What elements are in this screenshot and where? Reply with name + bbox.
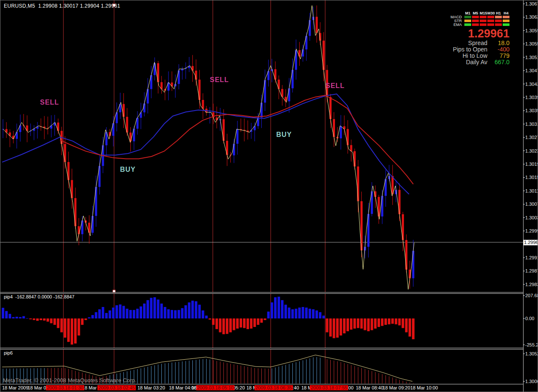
candle-body (412, 251, 414, 278)
pip4-bar (333, 318, 335, 338)
price-tick-label: 1.30355 (525, 108, 538, 113)
candle-body (354, 151, 356, 166)
pip4-bar (167, 309, 170, 318)
candle-body (405, 240, 407, 270)
pip4-bar (219, 318, 221, 332)
candle-body (260, 102, 263, 117)
pip4-bar (177, 310, 180, 318)
candle-body (329, 97, 332, 119)
signal-cell (503, 16, 509, 18)
timeframe-header: M5 (472, 11, 479, 15)
pip4-bar (384, 318, 387, 325)
pip4-bar (105, 313, 108, 318)
pip4-bar (350, 318, 352, 330)
pip4-bar (119, 304, 121, 318)
time-axis-label: 18 Mar 03:20 (137, 385, 165, 390)
timeframe-header: M30 (487, 11, 494, 15)
pip4-bar (405, 318, 408, 332)
signal-label-sell: SELL (210, 76, 229, 84)
pip4-bar (336, 318, 339, 338)
pip4-bar (374, 318, 377, 329)
signal-label-sell: SELL (40, 99, 59, 106)
pip4-bar (288, 307, 290, 318)
pip4-bar (364, 318, 366, 330)
pip4-bar (188, 302, 190, 318)
pip4-bar (146, 300, 149, 318)
signal-cell (503, 20, 509, 22)
pip4-bar (402, 318, 404, 328)
pip4-bar (371, 318, 373, 330)
candle-body (181, 69, 183, 71)
pip4-bar (271, 302, 273, 318)
pip4-bar (29, 318, 32, 319)
pip4-bar (346, 318, 349, 331)
price-tick-label: 1.30195 (525, 162, 538, 167)
pip4-bar (115, 305, 118, 318)
candle-body (57, 122, 59, 131)
candle-body (298, 50, 300, 57)
ohlc-values: 1.29908 1.30017 1.29904 1.29961 (38, 3, 120, 9)
pip4-bar (236, 318, 239, 329)
candle-body (309, 20, 311, 36)
signal-cell (472, 23, 479, 26)
pip4-bar (95, 312, 97, 318)
signal-cell (472, 20, 479, 22)
current-price-readout: 1.29961 (446, 27, 509, 40)
timeframe-header: H1 (495, 11, 502, 15)
pip6-tick-label: 1.3052 (525, 351, 538, 356)
pip4-bar (126, 309, 129, 318)
pip4-bar (353, 318, 356, 329)
pip4-bar (360, 318, 363, 329)
pip4-bar (253, 318, 256, 327)
candle-body (133, 129, 135, 142)
candle-body (350, 145, 352, 151)
pip4-bar (71, 318, 73, 344)
pip4-bar (2, 308, 4, 318)
candle-body (398, 190, 401, 214)
candle-body (81, 221, 83, 234)
signal-cell (495, 20, 502, 22)
pip4-tick-label: 207.686 (525, 293, 538, 298)
pip4-bar (129, 310, 132, 318)
pip4-bar (43, 318, 46, 321)
pip6-tick-label: 1.3006 (525, 379, 538, 384)
pip4-bar (81, 318, 83, 325)
candle-body (123, 104, 125, 117)
pip4-bar (367, 318, 370, 331)
pip4-bar (5, 311, 8, 318)
pip4-bar (412, 318, 415, 339)
pip4-bar (77, 318, 80, 335)
pip4-bar (298, 307, 301, 318)
pip4-bar (54, 318, 56, 325)
pip4-bar (281, 300, 283, 318)
pip4-bar (215, 318, 218, 329)
candle-body (198, 80, 200, 100)
candle-body (157, 63, 159, 82)
pip4-bar (157, 300, 160, 318)
signal-label-sell: SELL (326, 82, 345, 90)
candle-body (295, 50, 297, 70)
candle-body (129, 133, 132, 142)
candle-body (236, 129, 238, 144)
time-axis[interactable]: 18 Mar 200918 Mar 002009.03.18 01:3018 M… (0, 385, 523, 392)
pip4-bar (46, 318, 49, 322)
candle-body (192, 66, 194, 71)
stat-line: Spread18.0 (446, 40, 509, 46)
pip4-bar (67, 318, 70, 342)
candle-body (95, 187, 97, 216)
stat-line: Pips to Open-400 (446, 46, 509, 53)
price-tick-label: 1.30475 (525, 68, 538, 73)
current-price-tag: 1.29961 (524, 240, 538, 245)
pip4-bar (153, 297, 156, 318)
candle-body (178, 71, 180, 84)
candle-body (98, 166, 100, 187)
pip4-bar (250, 318, 252, 329)
pip4-bar (164, 307, 166, 318)
pip4-bar (357, 318, 359, 328)
pip4-bar (309, 309, 311, 318)
pip4-bar (278, 297, 280, 318)
candle-body (233, 144, 235, 155)
signal-cell (495, 23, 502, 26)
indicator-row-label: STR (446, 19, 462, 23)
price-tick-label: 1.29875 (525, 268, 538, 273)
